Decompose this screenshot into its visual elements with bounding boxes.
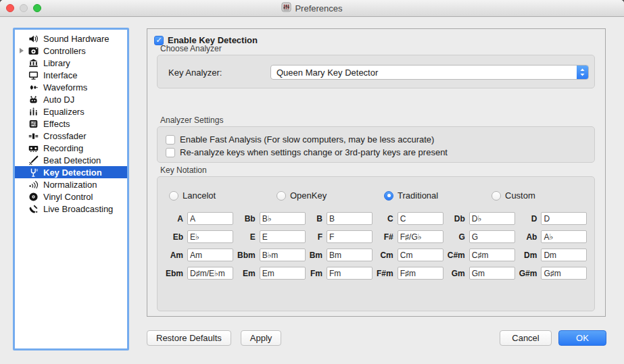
key-notation-input-e[interactable] xyxy=(260,230,306,243)
key-analyzer-select[interactable]: Queen Mary Key Detector xyxy=(270,65,589,80)
radio-button[interactable] xyxy=(169,191,178,201)
key-notation-input-ebm[interactable] xyxy=(187,267,233,280)
sidebar-item-label: Vinyl Control xyxy=(43,192,93,202)
equalizer-icon xyxy=(28,107,39,117)
radio-label: Traditional xyxy=(398,190,438,201)
key-label-ab: Ab xyxy=(526,232,537,242)
restore-defaults-button[interactable]: Restore Defaults xyxy=(147,330,231,346)
radio-button[interactable] xyxy=(277,191,286,201)
key-notation-input-am[interactable] xyxy=(187,249,233,261)
sidebar-item-label: Interface xyxy=(43,70,78,80)
key-notation-input-bm[interactable] xyxy=(327,249,373,261)
sidebar-item-interface[interactable]: Interface xyxy=(15,69,127,81)
sidebar-item-label: Recording xyxy=(43,143,83,153)
analyzer-settings-group-label: Analyzer Settings xyxy=(160,115,223,125)
key-notation-input-gm[interactable] xyxy=(469,267,515,280)
key-notation-input-g[interactable] xyxy=(469,230,515,243)
radio-label: Custom xyxy=(505,190,535,201)
key-label-e: E xyxy=(250,232,256,242)
key-label-d: D xyxy=(531,214,537,224)
key-label-c: C xyxy=(387,214,393,224)
robot-icon xyxy=(28,95,39,105)
key-notation-input-b[interactable] xyxy=(327,212,373,225)
cancel-button[interactable]: Cancel xyxy=(500,330,552,346)
key-notation-input-f[interactable] xyxy=(327,230,373,243)
sidebar-item-label: Waveforms xyxy=(43,82,87,93)
key-notation-input-c[interactable] xyxy=(398,212,443,225)
effects-icon xyxy=(28,119,39,129)
key-notation-input-d[interactable] xyxy=(541,212,587,225)
checkbox-label: Enable Fast Analysis (For slow computers… xyxy=(180,134,434,145)
ok-button[interactable]: OK xyxy=(558,330,606,346)
key-notation-input-em[interactable] xyxy=(260,267,306,280)
recording-icon xyxy=(28,143,39,153)
sidebar-item-controllers[interactable]: Controllers xyxy=(15,45,127,57)
key-label-bbm: Bbm xyxy=(237,251,256,260)
disclosure-triangle-icon[interactable] xyxy=(15,48,28,53)
sidebar-item-library[interactable]: Library xyxy=(15,57,127,69)
key-notation-input-db[interactable] xyxy=(469,212,515,225)
radio-openkey[interactable]: OpenKey xyxy=(277,190,384,201)
sidebar-item-normalization[interactable]: Normalization xyxy=(15,178,127,190)
sidebar-item-live-broadcasting[interactable]: Live Broadcasting xyxy=(15,203,127,215)
key-label-b: B xyxy=(316,214,322,224)
key-notation-input-cm[interactable] xyxy=(398,249,443,261)
sidebar-item-effects[interactable]: Effects xyxy=(15,118,127,130)
key-notation-input-f-m[interactable] xyxy=(398,267,443,280)
radio-custom[interactable]: Custom xyxy=(491,190,599,201)
key-notation-group-label: Key Notation xyxy=(160,165,207,175)
sidebar-item-auto-dj[interactable]: Auto DJ xyxy=(15,93,127,105)
key-notation-input-bbm[interactable] xyxy=(260,249,306,261)
key-notation-input-ab[interactable] xyxy=(541,230,587,243)
key-label-db: Db xyxy=(454,214,465,224)
key-detection-pane: Enable Key Detection Choose Analyzer Key… xyxy=(147,28,606,317)
sidebar-item-label: Beat Detection xyxy=(43,155,101,165)
radio-label: Lancelot xyxy=(183,190,216,201)
close-button[interactable] xyxy=(6,4,14,12)
sidebar-item-waveforms[interactable]: Waveforms xyxy=(15,81,127,93)
key-notation-input-fm[interactable] xyxy=(327,267,373,280)
sidebar-item-beat-detection[interactable]: Beat Detection xyxy=(15,154,127,166)
radio-traditional[interactable]: Traditional xyxy=(384,190,491,201)
key-notation-group: LancelotOpenKeyTraditionalCustom ABbBCDb… xyxy=(157,176,595,311)
fast-analysis-checkbox[interactable] xyxy=(166,135,175,145)
window-title: Preferences xyxy=(295,3,342,14)
analyzer-option-row[interactable]: Enable Fast Analysis (For slow computers… xyxy=(166,133,589,146)
key-notation-input-eb[interactable] xyxy=(187,230,233,243)
key-label-eb: Eb xyxy=(173,232,183,242)
analyzer-option-row[interactable]: Re-analyze keys when settings change or … xyxy=(166,146,589,159)
apply-button[interactable]: Apply xyxy=(241,330,282,346)
waveform-icon xyxy=(28,82,39,93)
preferences-window: Preferences Sound HardwareControllersLib… xyxy=(0,0,624,364)
preferences-category-list[interactable]: Sound HardwareControllersLibraryInterfac… xyxy=(13,28,129,350)
key-label-g-m: G#m xyxy=(519,269,537,278)
minimize-button[interactable] xyxy=(20,4,28,12)
radio-button[interactable] xyxy=(384,191,393,201)
key-notation-input-a[interactable] xyxy=(187,212,233,225)
key-analyzer-row: Key Analyzer: Queen Mary Key Detector xyxy=(168,65,589,80)
zoom-button[interactable] xyxy=(33,4,41,12)
key-detection-icon xyxy=(28,167,39,178)
key-label-bb: Bb xyxy=(245,214,256,224)
key-label-fm: Fm xyxy=(310,269,322,278)
sidebar-item-crossfader[interactable]: Crossfader xyxy=(15,130,127,142)
reanalyze-keys-checkbox[interactable] xyxy=(166,148,175,157)
sidebar-item-label: Sound Hardware xyxy=(43,34,110,44)
chevron-up-down-icon xyxy=(577,66,588,79)
key-notation-input-bb[interactable] xyxy=(260,212,306,225)
footer-button-row: Restore Defaults Apply Cancel OK xyxy=(147,330,606,346)
key-notation-input-f-[interactable] xyxy=(398,230,443,243)
sidebar-item-sound-hardware[interactable]: Sound Hardware xyxy=(15,32,127,45)
key-notation-input-g-m[interactable] xyxy=(541,267,587,280)
radio-button[interactable] xyxy=(491,191,501,201)
key-label-am: Am xyxy=(170,251,183,260)
radio-lancelot[interactable]: Lancelot xyxy=(169,190,277,201)
sidebar-item-key-detection[interactable]: Key Detection xyxy=(15,166,127,178)
key-notation-input-dm[interactable] xyxy=(541,249,587,261)
sidebar-item-recording[interactable]: Recording xyxy=(15,142,127,154)
choose-analyzer-group: Key Analyzer: Queen Mary Key Detector xyxy=(157,55,595,88)
sidebar-item-equalizers[interactable]: Equalizers xyxy=(15,105,127,118)
sidebar-item-vinyl-control[interactable]: Vinyl Control xyxy=(15,190,127,203)
key-label-bm: Bm xyxy=(310,251,322,260)
key-notation-input-c-m[interactable] xyxy=(469,249,515,261)
